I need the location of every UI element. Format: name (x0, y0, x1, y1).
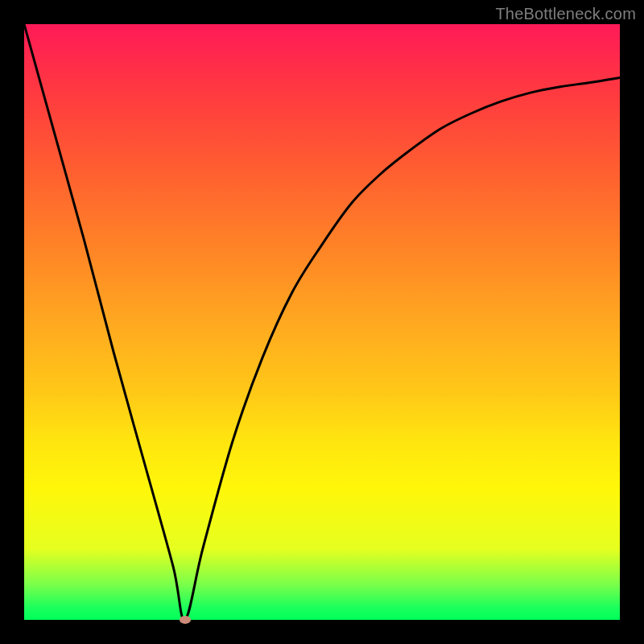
chart-frame: TheBottleneck.com (0, 0, 644, 644)
bottleneck-curve (24, 24, 620, 620)
optimum-marker (180, 616, 191, 624)
attribution-label: TheBottleneck.com (495, 5, 636, 23)
plot-area (24, 24, 620, 620)
